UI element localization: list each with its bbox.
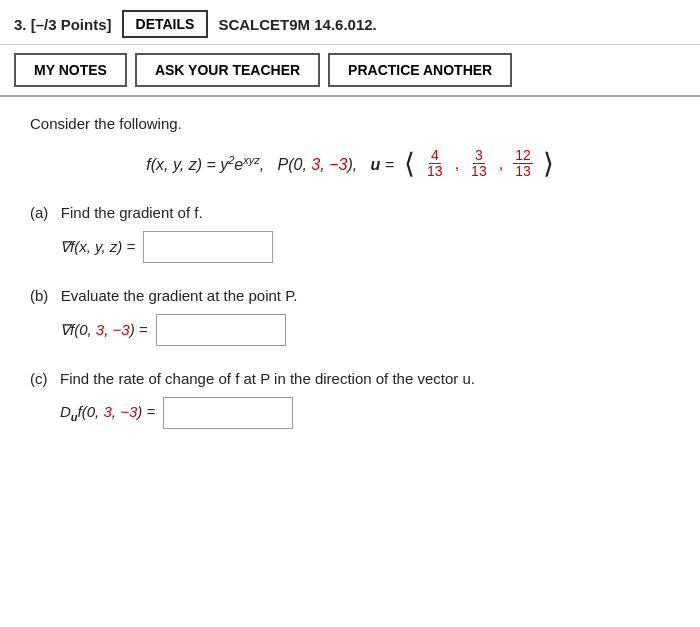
part-b-label: (b) Evaluate the gradient at the point P… — [30, 287, 670, 304]
ask-teacher-button[interactable]: ASK YOUR TEACHER — [135, 53, 320, 87]
intro-text: Consider the following. — [30, 115, 670, 132]
part-c-answer-line: Duf(0, 3, −3) = — [60, 397, 670, 429]
part-a-math-prefix: ∇f(x, y, z) = — [60, 238, 135, 256]
right-angle-bracket: ⟩ — [543, 150, 554, 178]
part-b: (b) Evaluate the gradient at the point P… — [30, 287, 670, 346]
part-b-answer-line: ∇f(0, 3, −3) = — [60, 314, 670, 346]
details-button[interactable]: DETAILS — [122, 10, 209, 38]
content-area: Consider the following. f(x, y, z) = y2e… — [0, 97, 700, 471]
part-c-input[interactable] — [163, 397, 293, 429]
action-buttons-bar: MY NOTES ASK YOUR TEACHER PRACTICE ANOTH… — [0, 45, 700, 97]
frac-1: 4 13 — [425, 148, 445, 180]
part-a: (a) Find the gradient of f. ∇f(x, y, z) … — [30, 204, 670, 263]
part-a-answer-line: ∇f(x, y, z) = — [60, 231, 670, 263]
part-c-math-prefix: Duf(0, 3, −3) = — [60, 403, 155, 423]
part-c-label: (c) Find the rate of change of f at P in… — [30, 370, 670, 387]
frac-3: 12 13 — [513, 148, 533, 180]
question-label: 3. [–/3 Points] — [14, 16, 112, 33]
part-a-label: (a) Find the gradient of f. — [30, 204, 670, 221]
part-a-input[interactable] — [143, 231, 273, 263]
part-b-input[interactable] — [156, 314, 286, 346]
formula-fx: f(x, y, z) = y2exyz, P(0, 3, −3), u = — [146, 154, 394, 174]
top-bar: 3. [–/3 Points] DETAILS SCALCET9M 14.6.0… — [0, 0, 700, 45]
scalcet-label: SCALCET9M 14.6.012. — [218, 16, 376, 33]
my-notes-button[interactable]: MY NOTES — [14, 53, 127, 87]
left-angle-bracket: ⟨ — [404, 150, 415, 178]
part-b-math-prefix: ∇f(0, 3, −3) = — [60, 321, 148, 339]
formula-block: f(x, y, z) = y2exyz, P(0, 3, −3), u = ⟨ … — [30, 148, 670, 180]
part-c: (c) Find the rate of change of f at P in… — [30, 370, 670, 429]
frac-2: 3 13 — [469, 148, 489, 180]
practice-another-button[interactable]: PRACTICE ANOTHER — [328, 53, 512, 87]
